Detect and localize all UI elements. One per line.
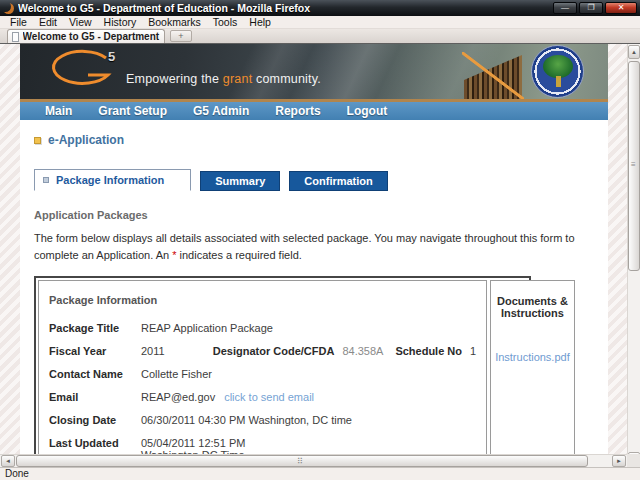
nav-item-main[interactable]: Main bbox=[32, 104, 85, 118]
section-description: The form below displays all details asso… bbox=[34, 230, 612, 263]
package-title-row: Package Title REAP Application Package bbox=[49, 322, 476, 334]
closing-date-value: 06/30/2011 04:30 PM Washington, DC time bbox=[141, 414, 352, 426]
tab-package-information[interactable]: Package Information bbox=[34, 169, 191, 191]
email-label: Email bbox=[49, 391, 141, 403]
horizontal-scrollbar[interactable]: ◄ ► bbox=[0, 454, 627, 467]
library-photo-edge bbox=[462, 52, 524, 99]
page-icon bbox=[12, 32, 19, 42]
package-information-panel: Package Information Package Title REAP A… bbox=[38, 280, 487, 454]
window-titlebar: Welcome to G5 - Department of Education … bbox=[0, 0, 640, 16]
browser-window: Welcome to G5 - Department of Education … bbox=[0, 0, 640, 480]
schedule-label: Schedule No bbox=[395, 345, 462, 357]
designator-label: Designator Code/CFDA bbox=[213, 345, 335, 357]
department-of-education-seal-icon bbox=[531, 45, 584, 98]
scroll-right-icon[interactable]: ► bbox=[612, 455, 626, 467]
documents-panel: Documents & Instructions Instructions.pd… bbox=[490, 280, 575, 454]
scroll-left-icon[interactable]: ◄ bbox=[1, 455, 15, 467]
tab-confirmation[interactable]: Confirmation bbox=[289, 171, 387, 191]
tab-bar: Welcome to G5 - Department of Edu... + bbox=[0, 29, 640, 44]
contact-name-label: Contact Name bbox=[49, 368, 141, 380]
seal-tree-icon bbox=[543, 55, 573, 78]
contact-name-row: Contact Name Collette Fisher bbox=[49, 368, 476, 380]
vertical-scroll-thumb[interactable] bbox=[628, 61, 640, 271]
package-title-label: Package Title bbox=[49, 322, 141, 334]
g5-header-banner: 5 Empowering the grant community. bbox=[20, 44, 608, 99]
form-tabs: Package Information Summary Confirmation bbox=[34, 169, 608, 191]
send-email-link[interactable]: click to send email bbox=[224, 391, 314, 403]
browser-tab-title: Welcome to G5 - Department of Edu... bbox=[23, 31, 160, 42]
tab-summary[interactable]: Summary bbox=[200, 171, 280, 191]
menu-history[interactable]: History bbox=[98, 16, 143, 28]
seal-trunk-icon bbox=[556, 76, 561, 87]
designator-value: 84.358A bbox=[342, 345, 383, 357]
browser-tab-active[interactable]: Welcome to G5 - Department of Edu... bbox=[7, 29, 165, 43]
status-bar: Done bbox=[0, 467, 640, 480]
last-updated-line1: 05/04/2011 12:51 PM bbox=[141, 437, 245, 449]
browser-viewport: 5 Empowering the grant community. Main G… bbox=[0, 44, 627, 454]
scroll-up-icon[interactable]: ▲ bbox=[628, 45, 640, 59]
menu-bookmarks[interactable]: Bookmarks bbox=[142, 16, 207, 28]
banner-tagline: Empowering the grant community. bbox=[126, 72, 321, 86]
menu-tools[interactable]: Tools bbox=[207, 16, 244, 28]
menu-edit[interactable]: Edit bbox=[33, 16, 63, 28]
scrollbar-corner bbox=[627, 454, 640, 467]
page-content: e-Application Package Information Summar… bbox=[20, 120, 608, 454]
closing-date-label: Closing Date bbox=[49, 414, 141, 426]
package-info-heading: Package Information bbox=[49, 294, 476, 306]
fiscal-year-row: Fiscal Year 2011 Designator Code/CFDA 84… bbox=[49, 345, 476, 357]
email-row: Email REAP@ed.gov click to send email bbox=[49, 391, 476, 403]
instructions-pdf-link[interactable]: Instructions.pdf bbox=[495, 351, 570, 363]
tagline-post: community. bbox=[252, 72, 321, 86]
menu-bar: File Edit View History Bookmarks Tools H… bbox=[0, 16, 640, 29]
close-button[interactable]: ✕ bbox=[605, 2, 637, 14]
tab-package-information-label: Package Information bbox=[56, 174, 164, 186]
g5-logo-five: 5 bbox=[108, 49, 115, 64]
nav-item-grant-setup[interactable]: Grant Setup bbox=[85, 104, 180, 118]
breadcrumb: e-Application bbox=[34, 133, 608, 147]
package-panel-container: Package Information Package Title REAP A… bbox=[34, 276, 531, 454]
vertical-scrollbar[interactable]: ▲ ▼ bbox=[627, 44, 640, 467]
status-text: Done bbox=[5, 468, 29, 479]
tab-bullet-icon bbox=[43, 177, 49, 183]
tagline-pre: Empowering the bbox=[126, 72, 223, 86]
main-nav: Main Grant Setup G5 Admin Reports Logout bbox=[20, 99, 608, 120]
package-title-value: REAP Application Package bbox=[141, 322, 273, 334]
fiscal-year-label: Fiscal Year bbox=[49, 345, 141, 357]
minimize-button[interactable]: — bbox=[553, 2, 577, 14]
nav-item-g5-admin[interactable]: G5 Admin bbox=[180, 104, 262, 118]
section-heading: Application Packages bbox=[34, 209, 608, 221]
menu-view[interactable]: View bbox=[63, 16, 98, 28]
last-updated-row: Last Updated 05/04/2011 12:51 PM Washing… bbox=[49, 437, 476, 454]
email-value: REAP@ed.gov bbox=[141, 391, 215, 403]
horizontal-scroll-thumb[interactable] bbox=[16, 455, 588, 467]
window-title: Welcome to G5 - Department of Education … bbox=[18, 2, 553, 14]
firefox-icon bbox=[3, 3, 14, 14]
fiscal-year-value: 2011 bbox=[141, 345, 213, 357]
nav-item-reports[interactable]: Reports bbox=[262, 104, 333, 118]
description-post: indicates a required field. bbox=[177, 249, 302, 261]
description-pre: The form below displays all details asso… bbox=[34, 232, 575, 261]
menu-file[interactable]: File bbox=[4, 16, 33, 28]
closing-date-row: Closing Date 06/30/2011 04:30 PM Washing… bbox=[49, 414, 476, 426]
maximize-button[interactable]: ❐ bbox=[579, 2, 603, 14]
nav-item-logout[interactable]: Logout bbox=[334, 104, 401, 118]
last-updated-value: 05/04/2011 12:51 PM Washington DC Time bbox=[141, 437, 245, 454]
breadcrumb-label: e-Application bbox=[48, 133, 124, 147]
menu-help[interactable]: Help bbox=[243, 16, 277, 28]
schedule-value: 1 bbox=[470, 345, 476, 357]
g5-page: 5 Empowering the grant community. Main G… bbox=[20, 44, 608, 454]
breadcrumb-bullet-icon bbox=[34, 137, 41, 144]
contact-name-value: Collette Fisher bbox=[141, 368, 212, 380]
last-updated-label: Last Updated bbox=[49, 437, 141, 449]
new-tab-button[interactable]: + bbox=[170, 30, 192, 42]
documents-heading: Documents & Instructions bbox=[495, 295, 570, 319]
tagline-highlight: grant bbox=[223, 72, 253, 86]
